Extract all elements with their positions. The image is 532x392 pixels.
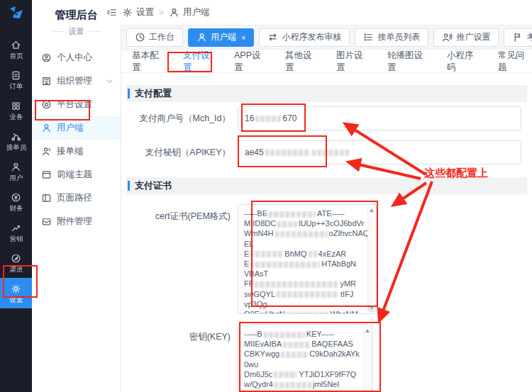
scroll-up-icon[interactable] <box>365 329 370 332</box>
rail-item-home[interactable]: 首页 <box>0 34 32 65</box>
section-title: 支付证书 <box>135 179 172 192</box>
mchid-input[interactable]: 16670 <box>238 106 521 130</box>
client-icon <box>41 123 52 133</box>
sidebar-item-label: 组织管理 <box>57 75 99 87</box>
sidebar-item-attachment[interactable]: 附件管理 <box>32 210 121 233</box>
order-icon <box>11 70 21 81</box>
tab-工作台[interactable]: 工作台 <box>126 28 183 47</box>
rail-item-label: 首页 <box>9 52 23 59</box>
tab-考核规则[interactable]: 考核规则 <box>504 28 532 47</box>
rail-item-label: 营销 <box>9 235 23 242</box>
home-icon <box>11 40 21 50</box>
rail-item-order[interactable]: 订单 <box>0 65 32 95</box>
close-tab-icon[interactable]: × <box>241 33 245 42</box>
pem-line: 0wu <box>244 359 362 369</box>
breadcrumb-separator: > <box>159 8 164 18</box>
value-text: yMR <box>340 279 356 288</box>
value-text: oZIhvcNAQ <box>329 229 370 237</box>
sidebar-item-platform[interactable]: 平台设置 <box>32 93 121 116</box>
pem-line: Dm6J5cYTJiD1XF9fF7Q <box>244 369 362 379</box>
pem-line: EHTAbBgN <box>244 259 366 269</box>
rail-item-gear[interactable]: 设置 <box>0 278 32 308</box>
tab-用户端[interactable]: 用户端× <box>188 28 254 47</box>
subnav-tab-APP设置[interactable]: APP设置 <box>234 50 268 74</box>
promo-icon <box>442 32 453 43</box>
subnav-tab-其他设置[interactable]: 其他设置 <box>285 50 319 74</box>
key-row: 密钥(KEY) -----BKEY-----MIIEvAIBABAQEFAASC… <box>121 325 372 392</box>
redacted-blur <box>255 116 281 122</box>
section-accent-bar <box>128 89 130 99</box>
cert-label: cert证书(PEM格式) <box>121 204 238 314</box>
rail-item-apps[interactable]: 业务 <box>0 95 32 125</box>
breadcrumb-leaf[interactable]: 用户端 <box>183 6 210 18</box>
value-text: -----B <box>244 330 262 338</box>
subnav-tab-支付设置[interactable]: 支付设置 <box>183 50 217 74</box>
chevron-down-icon <box>104 76 115 86</box>
sidebar-item-theme[interactable]: 前端主题 <box>32 163 121 186</box>
value-text: HTAbBgN <box>321 259 356 268</box>
swap-icon <box>267 32 278 43</box>
value-text: tIFJ <box>340 290 353 298</box>
tab-接单员列表[interactable]: 接单员列表 <box>355 28 428 47</box>
value-text: vp3Qg <box>244 300 267 308</box>
apikey-row: 支付秘钥（APIKEY） ae45 <box>121 140 521 164</box>
sidebar-item-label: 前端主题 <box>57 169 115 181</box>
redacted-blur <box>250 251 283 257</box>
value-text: lUUp++3cOJ6bdVr <box>299 219 364 228</box>
subnav-tab-小程序码[interactable]: 小程序码 <box>447 50 481 74</box>
apikey-label: 支付秘钥（APIKEY） <box>121 140 238 164</box>
value-text: 16 <box>245 113 254 123</box>
rail-item-channel[interactable]: 渠道 <box>0 247 32 278</box>
pem-line: w/Qydr4jml5NeI <box>244 379 362 389</box>
app-logo-icon <box>8 6 25 20</box>
pem-line: EBhMQ4xEzAR <box>244 249 366 259</box>
settings-sidebar: 管理后台 设置 个人中心组织管理平台设置用户端接单端前端主题页面路径附件管理 <box>32 0 121 392</box>
platform-icon <box>41 99 52 110</box>
sidebar-item-label: 平台设置 <box>57 99 115 111</box>
pem-line: Q0EwHhcNWhcNM <box>244 309 366 314</box>
rail-item-finance[interactable]: 财务 <box>0 186 32 217</box>
resize-handle-icon[interactable] <box>368 306 375 312</box>
value-text: swGQYL <box>244 290 275 298</box>
tab-推广设置[interactable]: 推广设置 <box>433 28 499 47</box>
value-text: WhcNM <box>330 310 358 314</box>
redacted-blur <box>286 312 328 314</box>
collapse-sidebar-icon[interactable] <box>106 7 117 18</box>
tab-小程序发布审核[interactable]: 小程序发布审核 <box>259 28 350 47</box>
sidebar-item-worker[interactable]: 接单端 <box>32 140 121 163</box>
breadcrumb-root[interactable]: 设置 <box>136 6 154 18</box>
gear-icon <box>11 284 21 294</box>
value-text: E <box>244 250 249 258</box>
value-text: C9kDah2kAYk <box>309 349 360 358</box>
key-label: 密钥(KEY) <box>121 325 238 392</box>
apikey-input[interactable]: ae45 <box>238 140 521 164</box>
key-textarea[interactable]: -----BKEY-----MIIEvAIBABAQEFAASCBKYwggC9… <box>238 325 372 392</box>
value-text: 4xEzAR <box>318 250 347 258</box>
subnav-tab-基本配置[interactable]: 基本配置 <box>132 50 166 74</box>
scroll-up-icon[interactable] <box>370 208 374 212</box>
cert-textarea[interactable]: -----BEATE-----MIID8DClUUp++3cOJ6bdVrWmN… <box>238 204 377 314</box>
subnav-tab-图片设置[interactable]: 图片设置 <box>336 50 370 74</box>
sidebar-subtitle: 设置 <box>32 26 121 37</box>
subnav-tab-常见问题[interactable]: 常见问题 <box>498 50 532 74</box>
sidebar-item-route[interactable]: 页面路径 <box>32 186 121 210</box>
subnav-tab-轮播图设置[interactable]: 轮播图设置 <box>387 50 430 74</box>
rail-item-user[interactable]: 用户 <box>0 156 32 186</box>
value-text: BAQEFAAS <box>311 340 353 348</box>
sidebar-item-label: 个人中心 <box>57 52 115 64</box>
scrollbar[interactable] <box>363 326 371 392</box>
sidebar-item-person-badge[interactable]: 个人中心 <box>32 46 121 69</box>
breadcrumb: 设置 > 用户端 <box>122 6 210 18</box>
route-icon <box>41 193 52 203</box>
redacted-blur <box>277 291 339 298</box>
sidebar-item-client[interactable]: 用户端 <box>32 116 121 140</box>
rail-item-courier[interactable]: 接单员 <box>0 125 32 156</box>
app-logo[interactable] <box>0 0 32 26</box>
open-tabs-bar: 工作台用户端×小程序发布审核接单员列表推广设置考核规则 <box>121 25 532 50</box>
rail-item-marketing[interactable]: 营销 <box>0 217 32 247</box>
scrollbar[interactable] <box>367 206 375 313</box>
sidebar-item-org[interactable]: 组织管理 <box>32 69 121 93</box>
person-icon <box>169 7 179 18</box>
rail-item-label: 业务 <box>9 113 23 120</box>
mchid-row: 支付商户号（Mch_Id） 16670 <box>121 106 521 130</box>
